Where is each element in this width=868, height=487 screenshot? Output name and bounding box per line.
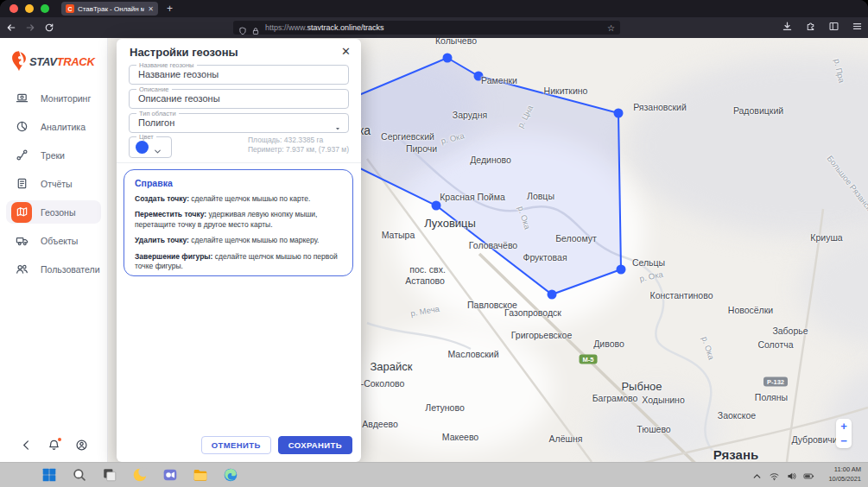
map-label: Зарайск xyxy=(371,360,413,373)
bookmark-star-icon[interactable]: ☆ xyxy=(607,23,615,33)
map-river-label: р. Пра xyxy=(833,58,847,84)
window-controls[interactable] xyxy=(10,4,49,13)
map-label: Пирочи xyxy=(406,143,437,154)
sidebar-item-label: Объекты xyxy=(41,236,78,246)
taskbar: 11:00 AM 10/05/2021 xyxy=(0,462,868,487)
clock[interactable]: 11:00 AM 10/05/2021 xyxy=(828,465,861,484)
map-label: Солотча xyxy=(757,339,793,350)
folder-icon[interactable] xyxy=(193,467,208,483)
sidebar-item-analytics[interactable]: Аналитика xyxy=(6,115,101,138)
description-input[interactable]: ОписаниеОписание геозоны xyxy=(129,89,349,109)
screen: С СтавТрак - Онлайн мониторин ✕ + https:… xyxy=(0,0,868,487)
notification-dot xyxy=(58,438,61,441)
map-label: Григорьевское xyxy=(511,330,573,340)
map-river-label: р. Ока xyxy=(440,130,465,145)
map-label: Константиново xyxy=(650,290,713,300)
sidebar-item-label: Мониторинг xyxy=(41,93,91,104)
map-label: Матыра xyxy=(382,230,415,240)
close-icon[interactable]: ✕ xyxy=(341,45,351,58)
cancel-button[interactable]: ОТМЕНИТЬ xyxy=(201,436,271,454)
windows-start-icon[interactable] xyxy=(41,467,57,483)
map-label: Ходынино xyxy=(642,395,684,405)
battery-icon[interactable] xyxy=(803,470,814,481)
panel-buttons: ОТМЕНИТЬ СОХРАНИТЬ xyxy=(201,436,352,454)
sidebar-item-users[interactable]: Пользователи xyxy=(6,257,101,281)
hamburger-menu-icon[interactable] xyxy=(852,20,863,31)
map-label: Дубровичи xyxy=(791,434,837,445)
sidebar-item-label: Пользователи xyxy=(41,264,100,275)
map-label: Авдеево xyxy=(362,419,398,429)
map-river-label: р. Ока xyxy=(700,335,717,361)
sidebar-item-label: Треки xyxy=(41,150,65,161)
help-items: Создать точку: сделайте щелчок мышью по … xyxy=(135,194,342,272)
maximize-window-button[interactable] xyxy=(41,4,49,13)
help-item: Удалить точку: сделайте щелчок мышью по … xyxy=(135,236,342,245)
area-text: Площадь: 432.3385 га xyxy=(248,136,349,145)
reload-icon[interactable] xyxy=(41,20,57,35)
chevron-down-icon[interactable] xyxy=(334,120,341,127)
sidebar-item-objects[interactable]: Объекты xyxy=(6,229,101,252)
geozone-name-input[interactable]: Название геозоныНазвание геозоны xyxy=(129,65,349,85)
map-label: Новосёлки xyxy=(728,305,773,315)
map-label: Рязановский xyxy=(633,102,687,112)
sidebar-item-label: Аналитика xyxy=(41,122,86,132)
map-label: Астапово xyxy=(405,275,445,286)
search-icon[interactable] xyxy=(72,467,87,483)
sidebar-item-label: Отчёты xyxy=(41,179,73,189)
chevron-down-icon[interactable] xyxy=(154,143,162,151)
new-tab-button[interactable]: + xyxy=(167,3,173,15)
moon-icon[interactable] xyxy=(132,467,148,483)
save-button[interactable]: СОХРАНИТЬ xyxy=(278,436,352,454)
sidebar-item-tracks[interactable]: Треки xyxy=(6,143,101,167)
area-type-select[interactable]: Тип областиПолигон xyxy=(129,113,349,133)
color-picker-field[interactable]: Цвет xyxy=(129,136,172,158)
tab-close-icon[interactable]: ✕ xyxy=(148,5,154,13)
url-text[interactable]: https://www.stavtrack.online/tracks xyxy=(265,23,607,32)
perimeter-text: Периметр: 7.937 км, (7.937 м) xyxy=(248,145,349,155)
page-content: КолычёвоРаменкиНикиткиноЗарудняСергиевск… xyxy=(0,38,868,462)
wifi-icon[interactable] xyxy=(769,470,780,481)
map-label: Криуша xyxy=(810,232,842,243)
map-label: Масловский xyxy=(447,349,498,359)
map-label: Дединово xyxy=(470,155,511,165)
zoom-out-button[interactable]: − xyxy=(836,433,852,448)
minimize-window-button[interactable] xyxy=(25,4,34,13)
help-item: Создать точку: сделайте щелчок мышью по … xyxy=(135,194,342,204)
downloads-icon[interactable] xyxy=(782,20,793,31)
account-icon[interactable] xyxy=(75,439,88,452)
system-tray xyxy=(751,463,814,487)
map-label: Газопроводск xyxy=(504,307,561,318)
browser-tab[interactable]: С СтавТрак - Онлайн мониторин ✕ xyxy=(61,2,158,16)
close-window-button[interactable] xyxy=(10,4,18,13)
task-view-icon[interactable] xyxy=(102,467,117,483)
lock-icon[interactable] xyxy=(251,23,260,32)
map-river-label: р. Цна xyxy=(516,104,535,130)
edge-icon[interactable] xyxy=(223,467,238,483)
sidebar-footer xyxy=(0,439,107,452)
sidebar-item-reports[interactable]: Отчёты xyxy=(6,172,101,195)
map-label: Летуново xyxy=(425,402,465,413)
notifications-bell-icon[interactable] xyxy=(48,439,60,452)
chat-icon[interactable] xyxy=(162,467,178,483)
geofence-map-icon xyxy=(11,202,32,223)
chevron-up-icon[interactable] xyxy=(751,470,763,481)
zoom-in-button[interactable]: + xyxy=(836,419,852,433)
forward-icon[interactable] xyxy=(22,20,38,35)
library-icon[interactable] xyxy=(828,20,839,31)
map-label: Рязань xyxy=(713,447,758,462)
toolbar-right-cluster xyxy=(782,20,863,31)
geometry-readout: Площадь: 432.3385 га Периметр: 7.937 км,… xyxy=(248,136,349,155)
back-arrow-icon[interactable] xyxy=(20,439,33,452)
color-swatch[interactable] xyxy=(136,141,149,154)
map-label: Поляны xyxy=(755,392,788,402)
tracking-shield-icon[interactable] xyxy=(238,23,247,32)
back-icon[interactable] xyxy=(3,20,19,35)
url-bar[interactable]: https://www.stavtrack.online/tracks ☆ xyxy=(233,21,620,35)
panel-title: Настройки геозоны xyxy=(130,46,238,59)
extensions-puzzle-icon[interactable] xyxy=(805,20,816,31)
volume-icon[interactable] xyxy=(786,470,797,481)
sidebar-item-geozones[interactable]: Геозоны xyxy=(6,200,101,224)
sidebar-item-monitoring[interactable]: Мониторинг xyxy=(6,86,101,110)
stavtrack-favicon-icon: С xyxy=(66,4,74,13)
map-river-label: р. Ока xyxy=(516,205,533,231)
